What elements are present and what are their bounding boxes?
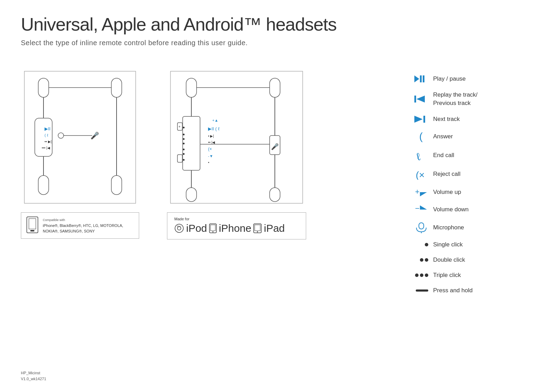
svg-rect-13 bbox=[111, 78, 122, 97]
svg-point-28 bbox=[183, 134, 185, 136]
svg-rect-18 bbox=[29, 219, 36, 229]
legend-press-hold-text: Press and hold bbox=[433, 287, 472, 294]
dot3 bbox=[425, 273, 428, 277]
svg-rect-5 bbox=[38, 175, 49, 195]
svg-text:•••  |◀: ••• |◀ bbox=[42, 146, 50, 150]
svg-marker-65 bbox=[414, 116, 423, 123]
device1-image: ▶II ( ℓ •• ▶| ••• |◀ bbox=[21, 68, 139, 208]
page-subtitle: Select the type of inline remote control… bbox=[21, 39, 536, 47]
single-dot bbox=[425, 243, 428, 246]
volume-up-icon: + bbox=[411, 187, 428, 197]
end-call-icon: ℓ bbox=[411, 150, 428, 161]
legend-single-click-text: Single click bbox=[433, 241, 463, 248]
ipad-icon bbox=[253, 223, 262, 233]
svg-marker-73 bbox=[420, 205, 427, 210]
svg-rect-1 bbox=[38, 78, 49, 97]
legend-play-pause-text: Play / pause bbox=[433, 75, 466, 83]
legend-next-track: Next track bbox=[411, 115, 536, 123]
device2-svg: + +▲ bbox=[167, 68, 306, 207]
legend-volume-down-text: Volume down bbox=[433, 206, 469, 213]
page-title: Universal, Apple and Android™ headsets bbox=[21, 14, 536, 35]
legend-press-hold: Press and hold bbox=[411, 287, 536, 294]
reject-call-icon: (× bbox=[411, 169, 428, 180]
made-for-logos: iPod iPod iPhone bbox=[174, 222, 299, 234]
legend-end-call-text: End call bbox=[433, 152, 454, 159]
svg-marker-60 bbox=[414, 75, 419, 82]
svg-point-32 bbox=[183, 153, 185, 155]
svg-text:▶II ( ℓ: ▶II ( ℓ bbox=[208, 126, 220, 131]
svg-point-27 bbox=[183, 127, 185, 129]
dot1 bbox=[415, 273, 419, 277]
device2-image: + +▲ bbox=[167, 68, 306, 208]
svg-text:( ℓ: ( ℓ bbox=[45, 133, 48, 137]
dot1 bbox=[420, 258, 423, 262]
legend-replay-prev-text: Replay the track/Previous track bbox=[433, 91, 478, 107]
made-for-label: Made for bbox=[174, 217, 299, 221]
svg-rect-43 bbox=[270, 78, 280, 97]
svg-rect-23 bbox=[183, 116, 200, 170]
device1-svg: ▶II ( ℓ •• ▶| ••• |◀ bbox=[21, 68, 139, 207]
svg-text:•• |◀: •• |◀ bbox=[208, 140, 215, 144]
legend-microphone: Microphone bbox=[411, 222, 536, 233]
svg-point-33 bbox=[183, 159, 185, 161]
svg-text:ℓ: ℓ bbox=[415, 150, 422, 161]
press-hold-icon bbox=[411, 289, 428, 292]
legend-double-click-text: Double click bbox=[433, 256, 465, 264]
legend-answer-text: Answer bbox=[433, 133, 453, 140]
devices-area: ▶II ( ℓ •• ▶| ••• |◀ bbox=[21, 68, 411, 239]
legend-volume-up-text: Volume up bbox=[433, 188, 461, 196]
microphone-icon bbox=[411, 222, 428, 233]
svg-text:▶II: ▶II bbox=[45, 126, 50, 131]
ipod-text: iPod bbox=[186, 222, 207, 234]
svg-text:(: ( bbox=[419, 131, 423, 142]
svg-text:+▲: +▲ bbox=[212, 118, 218, 122]
device1-container: ▶II ( ℓ •• ▶| ••• |◀ bbox=[21, 68, 139, 239]
footer-line1: HP_Micinst bbox=[21, 370, 46, 376]
double-click-icon bbox=[411, 258, 428, 262]
legend-end-call: ℓ End call bbox=[411, 150, 536, 161]
svg-text:(×: (× bbox=[416, 170, 425, 180]
triple-click-icon bbox=[411, 273, 428, 277]
svg-rect-61 bbox=[420, 75, 422, 82]
svg-rect-66 bbox=[423, 116, 425, 123]
legend-panel: Play / pause Replay the track/Previous t… bbox=[411, 68, 536, 302]
legend-reject-call-text: Reject call bbox=[433, 170, 460, 178]
iphone-icon bbox=[209, 223, 217, 233]
svg-rect-25 bbox=[177, 155, 182, 162]
svg-point-59 bbox=[257, 231, 258, 232]
dot2 bbox=[425, 258, 428, 262]
legend-play-pause: Play / pause bbox=[411, 75, 536, 83]
single-click-icon bbox=[411, 243, 428, 246]
legend-next-track-text: Next track bbox=[433, 115, 460, 123]
svg-text:• ▶|: • ▶| bbox=[208, 134, 214, 138]
svg-rect-20 bbox=[170, 71, 303, 203]
svg-rect-47 bbox=[270, 188, 280, 202]
svg-point-10 bbox=[58, 133, 64, 138]
play-pause-icon bbox=[411, 75, 428, 83]
svg-rect-0 bbox=[24, 71, 136, 203]
legend-triple-click: Triple click bbox=[411, 271, 536, 279]
svg-rect-15 bbox=[111, 175, 122, 195]
replay-prev-icon bbox=[411, 95, 428, 103]
svg-text:(×: (× bbox=[208, 147, 212, 152]
legend-single-click: Single click bbox=[411, 241, 536, 248]
svg-point-30 bbox=[183, 143, 185, 145]
svg-rect-58 bbox=[255, 225, 260, 231]
compatible-devices: iPhone®, BlackBerry®, HTC, LG, MOTOROLA,… bbox=[43, 223, 123, 234]
svg-text:iPod: iPod bbox=[177, 225, 181, 227]
svg-marker-64 bbox=[416, 96, 425, 103]
svg-rect-63 bbox=[414, 96, 416, 103]
answer-icon: ( bbox=[411, 131, 428, 142]
iphone-text: iPhone bbox=[219, 222, 251, 234]
svg-text:+: + bbox=[178, 125, 181, 129]
svg-text:🎤: 🎤 bbox=[271, 143, 279, 150]
compatible-text: Compatible with iPhone®, BlackBerry®, HT… bbox=[43, 217, 134, 234]
volume-down-icon: − bbox=[411, 205, 428, 214]
legend-volume-down: − Volume down bbox=[411, 205, 536, 214]
made-for-box: Made for iPod iPod bbox=[167, 212, 306, 239]
legend-replay-prev: Replay the track/Previous track bbox=[411, 91, 536, 107]
svg-marker-71 bbox=[420, 192, 427, 196]
svg-point-31 bbox=[183, 149, 185, 150]
device2-container: + +▲ bbox=[167, 68, 306, 239]
compatible-label: Compatible with bbox=[43, 218, 65, 222]
